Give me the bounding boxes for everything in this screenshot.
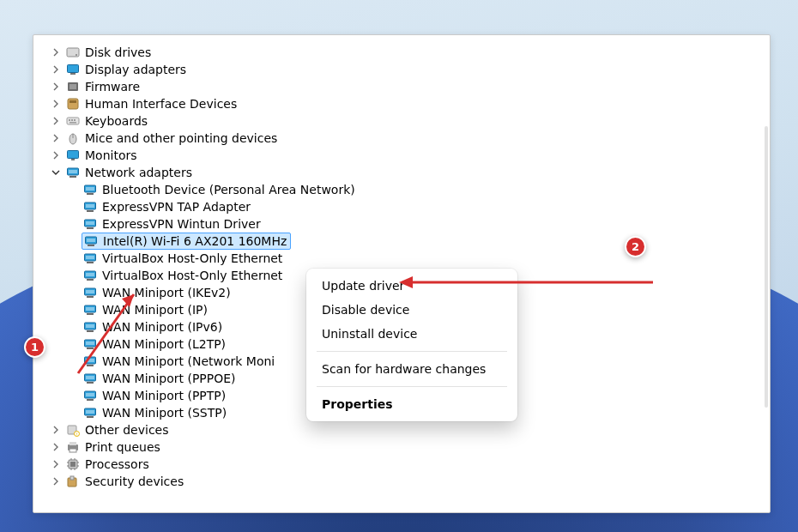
network-adapter-icon	[83, 200, 97, 214]
item-label: WAN Miniport (Network Moni	[102, 355, 275, 367]
svg-rect-30	[87, 279, 94, 281]
item-label: WAN Miniport (IP)	[102, 304, 208, 316]
svg-rect-27	[85, 254, 96, 261]
menu-scan-hardware[interactable]: Scan for hardware changes	[306, 357, 517, 381]
item-label: Intel(R) Wi-Fi 6 AX201 160MHz	[103, 235, 287, 247]
chevron-right-icon[interactable]	[49, 80, 63, 94]
svg-rect-3	[70, 73, 76, 75]
item-label: WAN Miniport (PPTP)	[102, 390, 226, 402]
svg-rect-42	[87, 382, 94, 384]
menu-separator	[317, 386, 507, 387]
tree-category[interactable]: Security devices	[49, 473, 761, 490]
svg-rect-45	[85, 408, 96, 415]
category-label: Keyboards	[85, 115, 148, 127]
network-adapter-icon	[83, 286, 97, 299]
svg-rect-9	[69, 119, 70, 121]
category-label: Network adapters	[85, 166, 192, 178]
callout-2-badge: 2	[625, 236, 646, 257]
network-adapter-icon	[83, 183, 97, 196]
item-label: WAN Miniport (IKEv2)	[102, 287, 231, 299]
network-adapter-icon	[83, 406, 97, 420]
item-label: WAN Miniport (IPv6)	[102, 321, 222, 333]
svg-rect-7	[70, 100, 76, 103]
tree-category[interactable]: Processors	[49, 456, 761, 473]
print-icon	[66, 440, 80, 454]
tree-item[interactable]: Intel(R) Wi-Fi 6 AX201 160MHz	[66, 233, 761, 250]
network-adapter-icon	[83, 354, 97, 368]
tree-item[interactable]: Bluetooth Device (Personal Area Network)	[66, 181, 761, 198]
svg-rect-16	[71, 159, 75, 160]
svg-rect-12	[70, 122, 76, 124]
category-label: Display adapters	[85, 63, 186, 76]
category-label: Other devices	[85, 424, 168, 436]
item-label: Bluetooth Device (Personal Area Network)	[102, 184, 355, 196]
callout-1-badge: 1	[24, 336, 45, 358]
svg-rect-33	[85, 305, 96, 312]
chevron-down-icon[interactable]	[49, 166, 63, 179]
category-label: Human Interface Devices	[85, 98, 237, 110]
network-adapter-icon	[83, 303, 97, 317]
svg-rect-56	[70, 476, 74, 480]
tree-category[interactable]: !Other devices	[49, 421, 761, 438]
chevron-right-icon[interactable]	[49, 97, 63, 111]
network-adapter-icon	[83, 337, 97, 351]
tree-category[interactable]: Keyboards	[49, 112, 761, 130]
menu-uninstall-device[interactable]: Uninstall device	[306, 322, 517, 346]
scrollbar[interactable]	[765, 126, 768, 408]
item-label: ExpressVPN TAP Adapter	[102, 201, 251, 213]
svg-rect-39	[85, 357, 96, 364]
svg-rect-29	[85, 271, 96, 278]
tree-item[interactable]: ExpressVPN TAP Adapter	[66, 198, 761, 215]
firmware-icon	[66, 80, 80, 94]
tree-item[interactable]: VirtualBox Host-Only Ethernet	[66, 250, 761, 267]
chevron-right-icon[interactable]	[49, 148, 63, 162]
svg-rect-34	[87, 313, 94, 315]
svg-rect-46	[87, 416, 94, 418]
monitor-icon	[66, 148, 80, 162]
svg-rect-5	[70, 84, 76, 89]
menu-properties[interactable]: Properties	[306, 392, 517, 416]
tree-category[interactable]: Display adapters	[49, 61, 761, 78]
device-tree: Disk drivesDisplay adaptersFirmwareHuman…	[33, 35, 770, 499]
chevron-right-icon[interactable]	[49, 475, 63, 488]
chevron-right-icon[interactable]	[49, 114, 63, 128]
keyboard-icon	[66, 114, 80, 128]
svg-point-1	[76, 54, 77, 56]
tree-category[interactable]: Print queues	[49, 438, 761, 456]
svg-rect-6	[68, 99, 78, 109]
svg-rect-43	[85, 391, 96, 398]
category-label: Firmware	[85, 81, 140, 93]
menu-separator	[317, 351, 507, 352]
menu-disable-device[interactable]: Disable device	[306, 298, 517, 322]
svg-rect-26	[88, 245, 94, 246]
tree-category[interactable]: Disk drives	[49, 44, 761, 61]
item-label: ExpressVPN Wintun Driver	[102, 218, 261, 230]
chevron-right-icon[interactable]	[49, 440, 63, 454]
tree-category[interactable]: Monitors	[49, 147, 761, 164]
tree-category[interactable]: Firmware	[49, 78, 761, 95]
chevron-right-icon[interactable]	[49, 423, 63, 437]
svg-rect-17	[68, 168, 79, 175]
chevron-right-icon[interactable]	[49, 131, 63, 145]
network-adapter-icon	[84, 234, 98, 248]
svg-rect-11	[74, 119, 76, 121]
svg-rect-19	[85, 185, 96, 192]
category-label: Processors	[85, 458, 149, 470]
item-label: WAN Miniport (PPPOE)	[102, 372, 236, 384]
tree-category[interactable]: Network adapters	[49, 164, 761, 181]
svg-rect-23	[85, 220, 96, 227]
tree-category[interactable]: Mice and other pointing devices	[49, 130, 761, 147]
chevron-right-icon[interactable]	[49, 63, 63, 76]
menu-update-driver[interactable]: Update driver	[306, 274, 517, 298]
svg-rect-51	[70, 442, 76, 445]
item-label: VirtualBox Host-Only Ethernet	[102, 269, 282, 281]
mouse-icon	[66, 131, 80, 145]
chevron-right-icon[interactable]	[49, 45, 63, 59]
tree-category[interactable]: Human Interface Devices	[49, 95, 761, 112]
tree-item[interactable]: ExpressVPN Wintun Driver	[66, 215, 761, 233]
category-label: Mice and other pointing devices	[85, 132, 277, 144]
network-adapter-icon	[83, 217, 97, 231]
device-manager-panel: Disk drivesDisplay adaptersFirmwareHuman…	[33, 34, 771, 513]
category-label: Disk drives	[85, 46, 151, 58]
chevron-right-icon[interactable]	[49, 457, 63, 471]
